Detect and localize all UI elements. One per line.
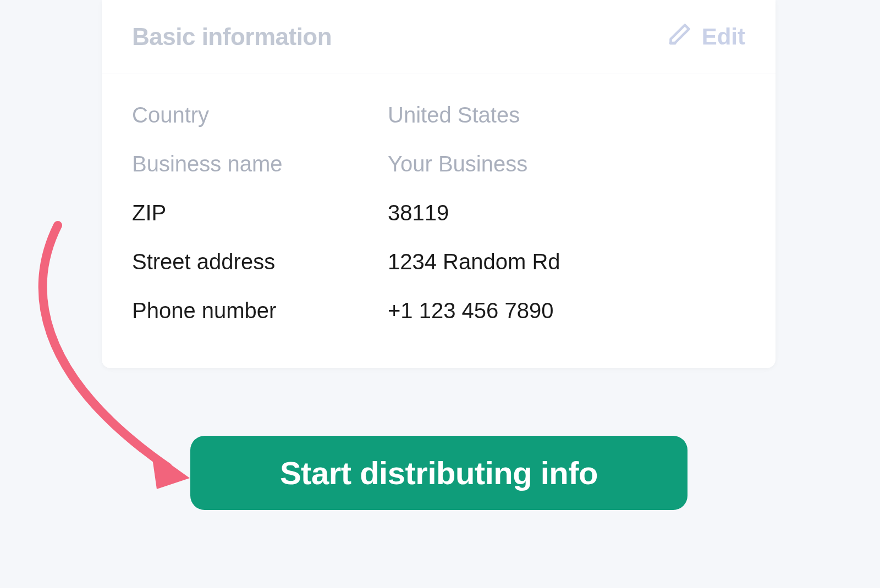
row-label: ZIP bbox=[132, 201, 388, 225]
row-zip: ZIP 38119 bbox=[132, 188, 745, 237]
basic-info-card: Basic information Edit Country United St… bbox=[102, 0, 776, 368]
card-body: Country United States Business name Your… bbox=[102, 74, 776, 368]
row-phone-number: Phone number +1 123 456 7890 bbox=[132, 286, 745, 335]
row-label: Phone number bbox=[132, 298, 388, 323]
edit-button[interactable]: Edit bbox=[668, 22, 745, 52]
row-value: Your Business bbox=[388, 152, 527, 176]
edit-label: Edit bbox=[702, 24, 745, 50]
row-street-address: Street address 1234 Random Rd bbox=[132, 237, 745, 286]
cta-label: Start distributing info bbox=[280, 454, 598, 491]
svg-marker-0 bbox=[151, 451, 190, 489]
card-title: Basic information bbox=[132, 23, 332, 51]
card-header: Basic information Edit bbox=[102, 0, 776, 74]
row-country: Country United States bbox=[132, 91, 745, 140]
row-label: Country bbox=[132, 103, 388, 127]
row-value: +1 123 456 7890 bbox=[388, 298, 553, 323]
row-label: Street address bbox=[132, 249, 388, 274]
row-business-name: Business name Your Business bbox=[132, 140, 745, 188]
row-label: Business name bbox=[132, 152, 388, 176]
row-value: 1234 Random Rd bbox=[388, 249, 560, 274]
pencil-icon bbox=[668, 22, 692, 52]
row-value: 38119 bbox=[388, 201, 449, 225]
start-distributing-button[interactable]: Start distributing info bbox=[190, 436, 688, 510]
row-value: United States bbox=[388, 103, 520, 127]
